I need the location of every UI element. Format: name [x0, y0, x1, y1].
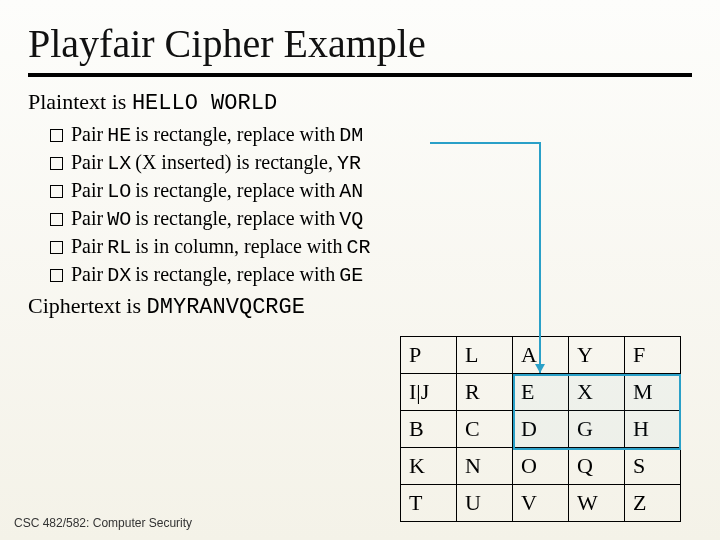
bullet-item: Pair LX (X inserted) is rectangle, YR [50, 149, 692, 177]
bullet-pair: WO [107, 206, 131, 233]
bullet-box-icon [50, 269, 63, 282]
bullet-rest: is rectangle, replace with [135, 261, 335, 288]
bullet-item: Pair RL is in column, replace with CR [50, 233, 692, 261]
table-cell: F [625, 337, 681, 374]
bullet-sub: AN [339, 178, 363, 205]
table-cell: K [401, 448, 457, 485]
bullet-sub: VQ [339, 206, 363, 233]
bullet-prefix: Pair [71, 233, 103, 260]
table-cell: S [625, 448, 681, 485]
ciphertext-line: Ciphertext is DMYRANVQCRGE [28, 291, 692, 323]
table-cell: I|J [401, 374, 457, 411]
bullet-pair: LX [107, 150, 131, 177]
bullet-sub: YR [337, 150, 361, 177]
bullet-box-icon [50, 241, 63, 254]
bullet-rest: is rectangle, replace with [135, 177, 335, 204]
bullet-item: Pair LO is rectangle, replace with AN [50, 177, 692, 205]
playfair-table-wrap: P L A Y F I|J R E X M B C D G H K N O Q … [400, 336, 681, 522]
bullet-pair: RL [107, 234, 131, 261]
bullet-pair: DX [107, 262, 131, 289]
table-row: K N O Q S [401, 448, 681, 485]
table-cell: B [401, 411, 457, 448]
bullet-pair: LO [107, 178, 131, 205]
bullet-prefix: Pair [71, 149, 103, 176]
bullet-item: Pair DX is rectangle, replace with GE [50, 261, 692, 289]
bullet-list: Pair HE is rectangle, replace with DM Pa… [28, 121, 692, 289]
table-cell: Y [569, 337, 625, 374]
plaintext-line: Plaintext is HELLO WORLD [28, 87, 692, 119]
bullet-item: Pair WO is rectangle, replace with VQ [50, 205, 692, 233]
bullet-rest: is rectangle, replace with [135, 121, 335, 148]
plaintext-value: HELLO WORLD [132, 91, 277, 116]
bullet-prefix: Pair [71, 205, 103, 232]
bullet-rest: is rectangle, replace with [135, 205, 335, 232]
table-cell: C [457, 411, 513, 448]
bullet-rest: (X inserted) is rectangle, [135, 149, 333, 176]
ciphertext-value: DMYRANVQCRGE [147, 295, 305, 320]
table-cell: Q [569, 448, 625, 485]
plaintext-label: Plaintext is [28, 89, 132, 114]
table-row: T U V W Z [401, 485, 681, 522]
highlight-rectangle [513, 374, 681, 450]
bullet-sub: CR [346, 234, 370, 261]
footer-text: CSC 482/582: Computer Security [14, 516, 192, 530]
table-cell: V [513, 485, 569, 522]
bullet-sub: DM [339, 122, 363, 149]
slide-title: Playfair Cipher Example [0, 0, 720, 71]
title-underline [28, 73, 692, 77]
bullet-prefix: Pair [71, 261, 103, 288]
table-cell: U [457, 485, 513, 522]
table-row: P L A Y F [401, 337, 681, 374]
table-cell: A [513, 337, 569, 374]
table-cell: O [513, 448, 569, 485]
table-cell: P [401, 337, 457, 374]
table-cell: L [457, 337, 513, 374]
table-cell: Z [625, 485, 681, 522]
bullet-item: Pair HE is rectangle, replace with DM [50, 121, 692, 149]
bullet-prefix: Pair [71, 121, 103, 148]
ciphertext-label: Ciphertext is [28, 293, 147, 318]
bullet-prefix: Pair [71, 177, 103, 204]
table-cell: T [401, 485, 457, 522]
bullet-box-icon [50, 213, 63, 226]
table-cell: N [457, 448, 513, 485]
bullet-sub: GE [339, 262, 363, 289]
table-cell: W [569, 485, 625, 522]
bullet-box-icon [50, 185, 63, 198]
bullet-box-icon [50, 157, 63, 170]
bullet-box-icon [50, 129, 63, 142]
table-cell: R [457, 374, 513, 411]
bullet-pair: HE [107, 122, 131, 149]
bullet-rest: is in column, replace with [135, 233, 342, 260]
